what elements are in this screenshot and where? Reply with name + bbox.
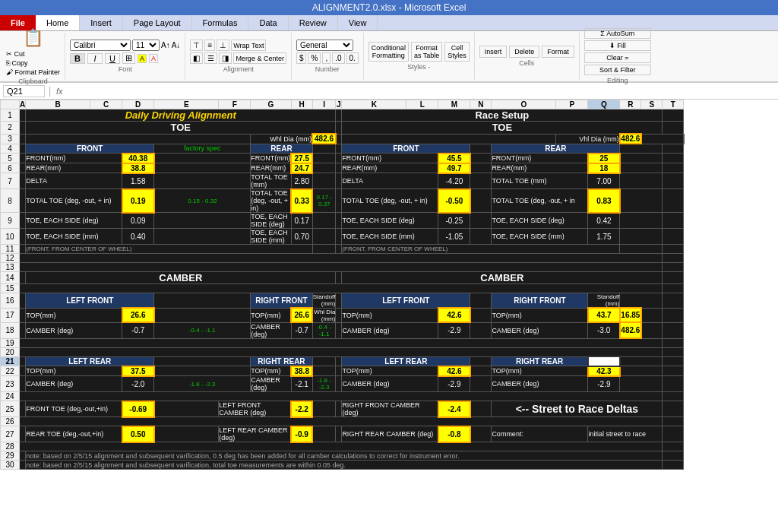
comma-button[interactable]: , [322,52,330,64]
front-toe-val[interactable]: -0.69 [122,401,154,417]
tab-view[interactable]: View [338,15,378,30]
delete-button[interactable]: Delete [509,46,539,58]
cell-j3[interactable] [336,134,342,144]
race-rf-top-mm[interactable]: 43.7 [588,308,620,322]
fill-button[interactable]: ⬇ Fill [584,40,651,51]
align-right-button[interactable]: ◨ [219,52,232,64]
tab-insert[interactable]: Insert [80,15,123,30]
daily-rf-top-mm[interactable]: 26.6 [291,308,312,322]
font-family-select[interactable]: Calibri [70,40,131,51]
align-center-button[interactable]: ☰ [204,52,217,64]
rf-camber-val[interactable]: -2.4 [438,401,470,417]
font-grow-button[interactable]: A↑ [161,41,170,49]
daily-lr-top-mm[interactable]: 37.5 [122,366,154,376]
font-size-select[interactable]: 11 [132,40,160,51]
clear-button[interactable]: Clear = [584,52,651,63]
dec-increase-button[interactable]: .0 [332,52,344,64]
insert-button[interactable]: Insert [479,46,508,58]
format-button[interactable]: Format [542,46,574,58]
row-header-30[interactable]: 30 [1,461,20,470]
row-header-14[interactable]: 14 [1,272,20,284]
dec-decrease-button[interactable]: 0. [346,52,359,64]
cell-ref-input[interactable] [3,85,45,97]
col-header-e[interactable]: E [154,100,219,109]
race-lr-top-mm[interactable]: 42.6 [438,366,470,376]
align-bottom-button[interactable]: ⊥ [217,40,229,51]
merge-center-button[interactable]: Merge & Center [233,52,286,64]
col-header-p[interactable]: P [556,100,588,109]
italic-button[interactable]: I [87,53,103,64]
lf-camber-val[interactable]: -2.2 [291,401,312,417]
tab-data[interactable]: Data [248,15,288,30]
cell-t1[interactable] [663,109,684,122]
copy-button[interactable]: ⎘ Copy [6,59,28,67]
cell-k1[interactable]: Race Setup [342,109,663,122]
row-header-28[interactable]: 28 [1,442,20,451]
align-top-button[interactable]: ⊤ [190,40,203,51]
cell-a3[interactable] [20,134,26,144]
bold-button[interactable]: B [70,53,85,64]
col-header-c[interactable]: C [90,100,122,109]
sort-filter-button[interactable]: Sort & Filter [584,65,651,75]
cell-b2[interactable]: TOE [26,122,336,135]
col-header-d[interactable]: D [122,100,154,109]
row-header-11[interactable]: 11 [1,245,20,254]
wrap-text-button[interactable]: Wrap Text [231,40,266,51]
daily-rear-total-toe[interactable]: 0.33 [291,189,312,213]
format-painter-button[interactable]: 🖌 Format Painter [6,68,60,76]
font-highlight-button[interactable]: A [138,54,147,63]
row-header-4[interactable]: 4 [1,144,20,154]
cell-t3[interactable] [684,134,685,144]
tab-formulas[interactable]: Formulas [192,15,249,30]
col-header-m[interactable]: M [438,100,470,109]
race-total-toe[interactable]: -0.50 [438,189,470,213]
col-header-a[interactable]: A [20,100,26,109]
align-middle-button[interactable]: ≡ [204,40,215,51]
row-header-20[interactable]: 20 [1,347,20,356]
cell-i3[interactable]: 482.6 [312,134,336,144]
race-rear-rear-mm[interactable]: 18 [588,163,620,173]
row-header-2[interactable]: 2 [1,122,20,135]
col-header-k[interactable]: K [342,100,406,109]
col-header-b[interactable]: B [26,100,90,109]
daily-rear-front-mm[interactable]: 27.5 [291,154,312,163]
col-header-f[interactable]: F [219,100,251,109]
cell-a1[interactable] [20,109,26,122]
col-header-l[interactable]: L [406,100,438,109]
col-header-s[interactable]: S [641,100,663,109]
tab-pagelayout[interactable]: Page Layout [123,15,192,30]
row-header-17[interactable]: 17 [1,308,20,322]
daily-rear-rear-mm[interactable]: 24.7 [291,163,312,173]
col-header-r[interactable]: R [620,100,641,109]
paste-button[interactable]: 📋 [6,27,60,49]
cell-styles-button[interactable]: CellStyles [444,42,470,62]
align-left-button[interactable]: ◧ [190,52,203,64]
col-header-t[interactable]: T [663,100,684,109]
row-header-23[interactable]: 23 [1,376,20,392]
rr-camber-val[interactable]: -0.8 [438,426,470,442]
selected-q21[interactable] [588,356,620,366]
race-front-mm[interactable]: 45.5 [438,154,470,163]
autosum-button[interactable]: Σ AutoSum [584,28,651,39]
lr-camber-val[interactable]: -0.9 [291,426,312,442]
font-shrink-button[interactable]: A↓ [172,41,181,49]
cut-button[interactable]: ✂ Cut [6,50,25,58]
cell-a2[interactable] [20,122,26,135]
col-header-o[interactable]: O [492,100,556,109]
daily-front-mm[interactable]: 40.38 [122,154,154,163]
conditional-formatting-button[interactable]: ConditionalFormatting [368,42,409,62]
row-header-21[interactable]: 21 [1,356,20,366]
font-border-button[interactable]: ⊞ [122,52,135,64]
daily-total-toe[interactable]: 0.19 [122,189,154,213]
row-header-1[interactable]: 1 [1,109,20,122]
race-front-rear-mm[interactable]: 49.7 [438,163,470,173]
cell-j1[interactable] [336,109,342,122]
row-header-19[interactable]: 19 [1,338,20,347]
currency-button[interactable]: $ [296,52,307,64]
row-header-5[interactable]: 5 [1,154,20,163]
row-header-22[interactable]: 22 [1,366,20,376]
row-header-16[interactable]: 16 [1,293,20,309]
row-header-6[interactable]: 6 [1,163,20,173]
col-header-h[interactable]: H [291,100,312,109]
cell-b1[interactable]: Daily Driving Alignment [26,109,336,122]
